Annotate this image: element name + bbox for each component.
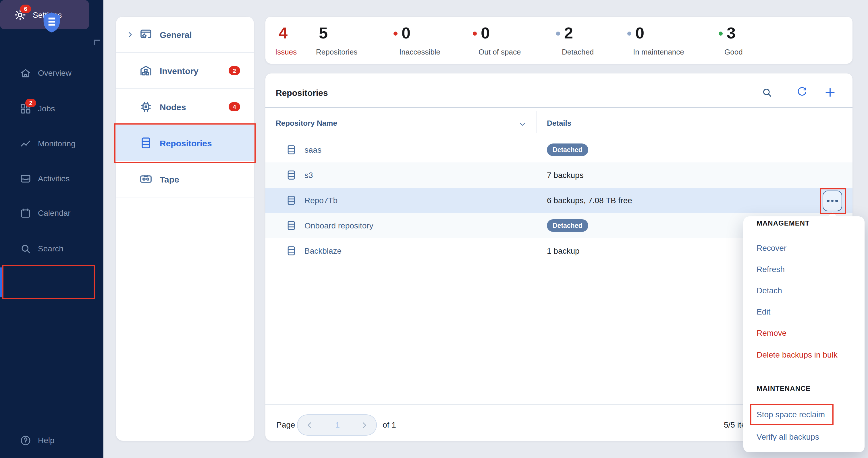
grid-icon: 2 [20, 102, 32, 115]
stat-label: Good [724, 47, 743, 56]
main-sidebar: Overview 2 Jobs Monitoring Activities Ca… [0, 0, 103, 458]
sidebar-item-label: Monitoring [38, 139, 75, 148]
inbox-icon [20, 172, 32, 185]
menu-item-detach[interactable]: Detach [756, 285, 782, 296]
stat-label: Out of space [478, 47, 521, 56]
gear-icon: 6 [14, 8, 26, 21]
menu-item-recover[interactable]: Recover [756, 242, 786, 254]
stat-value: 5 [319, 24, 328, 42]
sidebar-item-overview[interactable]: Overview [20, 64, 100, 81]
sidebar-item-calendar[interactable]: Calendar [20, 204, 100, 222]
repository-name-link[interactable]: Backblaze [305, 238, 342, 263]
repository-icon [285, 195, 297, 206]
repository-name-link[interactable]: s3 [305, 162, 313, 188]
line-chart-icon [20, 137, 32, 150]
page-label: Page [276, 414, 295, 436]
stat-good[interactable]: 3 Good [719, 24, 735, 43]
chevron-right-icon [126, 31, 134, 38]
jobs-count-badge: 2 [25, 98, 36, 107]
status-dot-green [719, 31, 723, 35]
annotation-box-settings [2, 265, 95, 299]
calendar-icon [20, 207, 32, 219]
repository-name-link[interactable]: saas [305, 137, 321, 162]
repositories-summary-bar: 4 Issues 5 Repositories 0 Inaccessible 0… [266, 17, 852, 64]
stat-value: 3 [727, 24, 735, 43]
stat-detached[interactable]: 2 Detached [556, 24, 573, 43]
column-header-details: Details [547, 119, 571, 127]
menu-section-header: MANAGEMENT [756, 219, 810, 228]
repository-icon [285, 220, 297, 231]
menu-item-edit[interactable]: Edit [756, 306, 770, 317]
settings-nav-item-nodes[interactable]: Nodes 4 [116, 89, 254, 125]
table-row-s3[interactable]: s3 7 backups [266, 162, 852, 188]
table-row-saas[interactable]: saas Detached [266, 137, 852, 162]
menu-section-header: MAINTENANCE [756, 385, 811, 394]
sidebar-item-label: Jobs [38, 104, 55, 113]
repositories-icon [139, 136, 153, 150]
general-settings-icon [139, 28, 153, 41]
sidebar-item-help[interactable]: Help [20, 432, 100, 449]
stat-label: Issues [275, 47, 297, 56]
sidebar-item-label: Overview [38, 68, 71, 77]
nodes-count-badge: 4 [229, 102, 240, 111]
status-dot-red [473, 31, 477, 35]
settings-nav-item-inventory[interactable]: Inventory 2 [116, 53, 254, 89]
toolbar-divider [785, 84, 785, 101]
detached-status-badge: Detached [547, 219, 588, 232]
repository-icon [285, 144, 297, 156]
settings-nav-label: Inventory [160, 53, 198, 89]
app-root: Overview 2 Jobs Monitoring Activities Ca… [0, 0, 868, 458]
stat-inaccessible[interactable]: 0 Inaccessible [394, 24, 410, 43]
menu-item-verify-all-backups[interactable]: Verify all backups [756, 431, 819, 443]
search-icon[interactable] [761, 87, 773, 98]
sidebar-collapse-icon[interactable] [94, 40, 100, 45]
sidebar-item-search[interactable]: Search [20, 240, 100, 257]
status-dot-slate [556, 31, 560, 35]
panel-title: Repositories [276, 88, 328, 98]
column-header-repository-name[interactable]: Repository Name [276, 119, 337, 127]
status-dot-red [394, 31, 398, 35]
menu-item-refresh[interactable]: Refresh [756, 263, 785, 275]
sidebar-item-jobs[interactable]: 2 Jobs [20, 100, 100, 117]
settings-nav-item-tape[interactable]: Tape [116, 161, 254, 197]
stat-value: 0 [402, 24, 410, 43]
stat-value: 0 [636, 24, 644, 43]
settings-nav-card: General Inventory 2 Nodes 4 Repositories… [116, 17, 254, 441]
repository-details: 7 backups [547, 162, 584, 188]
detached-status-badge: Detached [547, 143, 588, 156]
panel-header-divider [266, 107, 852, 108]
table-row-repo7tb[interactable]: Repo7Tb 6 backups, 7.08 TB free [266, 188, 852, 213]
menu-item-remove[interactable]: Remove [756, 327, 786, 339]
stat-issues[interactable]: 4 Issues [279, 24, 287, 43]
next-page-icon[interactable] [360, 421, 368, 429]
menu-item-stop-space-reclaim[interactable]: Stop space reclaim [756, 408, 825, 420]
column-divider [536, 111, 537, 133]
repository-name-link[interactable]: Repo7Tb [305, 188, 338, 213]
pager-control: 1 [297, 414, 377, 436]
row-actions-ellipsis-button[interactable] [823, 191, 842, 211]
sidebar-item-activities[interactable]: Activities [20, 170, 100, 187]
stat-repositories[interactable]: 5 Repositories [319, 24, 328, 43]
stat-out-of-space[interactable]: 0 Out of space [473, 24, 490, 43]
add-repository-icon[interactable] [824, 86, 836, 99]
stat-in-maintenance[interactable]: 0 In maintenance [627, 24, 644, 43]
stat-label: Repositories [316, 47, 358, 56]
settings-nav-label: General [160, 17, 192, 53]
settings-nav-item-repositories[interactable]: Repositories [116, 125, 254, 161]
nodes-chip-icon [139, 100, 153, 113]
refresh-icon[interactable] [796, 87, 808, 98]
stat-label: In maintenance [633, 47, 684, 56]
repository-icon [285, 245, 297, 257]
sidebar-item-label: Search [38, 244, 63, 253]
repository-name-link[interactable]: Onboard repository [305, 213, 373, 238]
settings-nav-item-general[interactable]: General [116, 17, 254, 53]
sort-chevron-down-icon[interactable] [519, 121, 526, 128]
active-item-accent-bar [0, 267, 3, 297]
sidebar-item-label: Help [38, 436, 55, 445]
settings-nav-label: Nodes [160, 89, 186, 125]
sidebar-item-monitoring[interactable]: Monitoring [20, 135, 100, 152]
settings-nav-label: Repositories [160, 125, 212, 161]
settings-count-badge: 6 [20, 4, 31, 13]
stat-value: 4 [279, 24, 287, 42]
menu-item-delete-backups-in-bulk[interactable]: Delete backups in bulk [756, 349, 838, 360]
